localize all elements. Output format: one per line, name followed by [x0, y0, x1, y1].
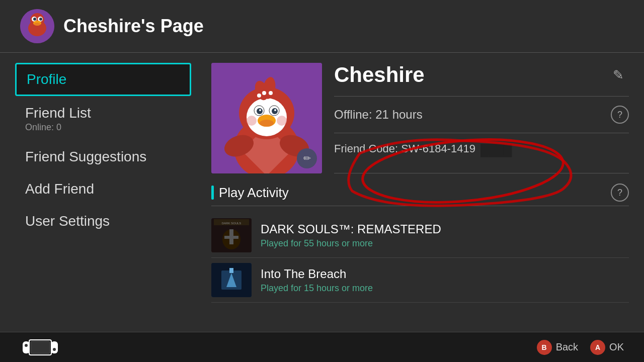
main-layout: Profile Friend List Online: 0 Friend Sug…: [0, 53, 644, 329]
play-activity-help-button[interactable]: ?: [611, 184, 629, 202]
header-avatar: [20, 9, 54, 43]
svg-point-21: [260, 120, 274, 127]
sidebar: Profile Friend List Online: 0 Friend Sug…: [0, 53, 206, 329]
dark-souls-thumbnail: DARK SOULS: [211, 218, 252, 252]
svg-point-16: [257, 108, 263, 114]
into-the-breach-title: Into The Breach: [261, 267, 373, 281]
content-area: ✏ Cheshire ✎ Offline: 21 hours ?: [206, 53, 644, 329]
friend-code-redacted: ████: [480, 144, 511, 155]
edit-icon: ✎: [613, 67, 624, 83]
svg-point-18: [259, 109, 261, 111]
game-item-into-the-breach[interactable]: Into The Breach Played for 15 hours or m…: [211, 258, 629, 303]
friend-code-text: Friend Code: SW-6184-1419 ████: [334, 142, 511, 155]
sidebar-item-friend-list-sub: Online: 0: [25, 122, 181, 133]
header: Cheshire's Page: [0, 0, 644, 53]
sidebar-item-profile[interactable]: Profile: [15, 63, 191, 96]
profile-top: ✏ Cheshire ✎ Offline: 21 hours ?: [211, 63, 629, 173]
profile-avatar: ✏: [211, 63, 322, 173]
dark-souls-info: DARK SOULS™: REMASTERED Played for 55 ho…: [261, 222, 441, 249]
svg-text:DARK SOULS: DARK SOULS: [222, 222, 242, 225]
svg-point-46: [53, 348, 56, 351]
svg-point-6: [39, 18, 42, 21]
svg-point-27: [262, 91, 266, 95]
dark-souls-time: Played for 55 hours or more: [261, 238, 441, 249]
svg-rect-40: [229, 268, 233, 273]
play-activity: Play Activity ? DARK SOULS: [211, 184, 629, 303]
sidebar-item-profile-label: Profile: [27, 71, 180, 87]
footer-buttons: B Back A OK: [537, 340, 624, 355]
ok-button[interactable]: A OK: [590, 340, 624, 355]
svg-rect-44: [51, 341, 58, 353]
sidebar-item-add-friend-label: Add Friend: [25, 181, 181, 197]
back-label: Back: [556, 341, 578, 353]
into-the-breach-thumbnail: [211, 263, 252, 297]
page-title: Cheshire's Page: [63, 16, 204, 37]
play-activity-help-icon: ?: [617, 188, 622, 198]
profile-edit-button[interactable]: ✎: [608, 64, 629, 85]
play-activity-header: Play Activity ?: [211, 184, 629, 206]
console-icon: [20, 337, 60, 357]
status-help-button[interactable]: ?: [611, 106, 629, 124]
b-button-circle: B: [537, 340, 552, 355]
friend-code-row: Friend Code: SW-6184-1419 ████: [334, 133, 629, 164]
svg-rect-43: [23, 341, 30, 353]
activity-bar-decoration: [211, 186, 214, 200]
svg-point-5: [33, 18, 36, 21]
svg-point-28: [269, 91, 273, 95]
footer: B Back A OK: [0, 332, 644, 362]
svg-rect-47: [31, 341, 50, 353]
sidebar-item-user-settings-label: User Settings: [25, 213, 181, 229]
profile-info: Cheshire ✎ Offline: 21 hours ? Friend Co…: [334, 63, 629, 173]
sidebar-item-friend-list[interactable]: Friend List Online: 0: [15, 98, 191, 140]
status-row: Offline: 21 hours ?: [334, 97, 629, 133]
pencil-icon: ✏: [303, 153, 311, 164]
profile-name-row: Cheshire ✎: [334, 63, 629, 97]
profile-name: Cheshire: [334, 63, 425, 87]
sidebar-item-user-settings[interactable]: User Settings: [15, 206, 191, 236]
help-icon: ?: [617, 110, 622, 120]
sidebar-item-friend-suggestions-label: Friend Suggestions: [25, 149, 181, 165]
svg-rect-36: [224, 236, 238, 239]
svg-point-22: [247, 116, 257, 126]
status-text: Offline: 21 hours: [334, 108, 423, 122]
into-the-breach-time: Played for 15 hours or more: [261, 283, 373, 294]
sidebar-item-friend-list-label: Friend List: [25, 105, 181, 121]
play-activity-title: Play Activity: [211, 185, 289, 201]
a-button-circle: A: [590, 340, 605, 355]
svg-point-17: [272, 108, 278, 114]
svg-point-45: [25, 344, 28, 347]
svg-point-8: [34, 23, 40, 26]
sidebar-item-friend-suggestions[interactable]: Friend Suggestions: [15, 142, 191, 172]
ok-label: OK: [609, 341, 624, 353]
game-item-dark-souls[interactable]: DARK SOULS DARK SOULS™: REMASTERED Playe…: [211, 213, 629, 258]
svg-point-19: [274, 109, 276, 111]
dark-souls-title: DARK SOULS™: REMASTERED: [261, 222, 441, 236]
avatar-edit-button[interactable]: ✏: [297, 148, 317, 168]
sidebar-item-add-friend[interactable]: Add Friend: [15, 174, 191, 204]
svg-point-26: [257, 94, 261, 98]
into-the-breach-info: Into The Breach Played for 15 hours or m…: [261, 267, 373, 294]
svg-point-23: [277, 116, 287, 126]
back-button[interactable]: B Back: [537, 340, 578, 355]
